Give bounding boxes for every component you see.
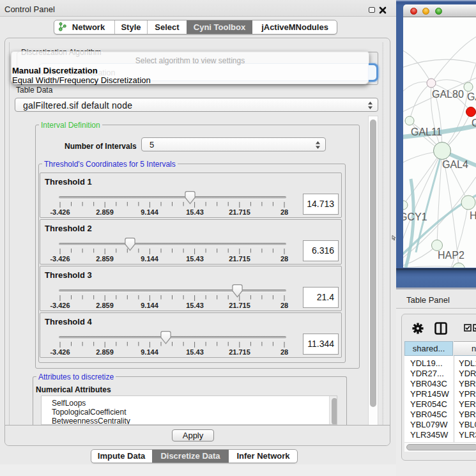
svg-text:GCY1: GCY1 — [403, 211, 427, 222]
svg-text:GAL4: GAL4 — [442, 159, 468, 170]
svg-text:GAL80: GAL80 — [432, 89, 464, 100]
svg-text:HI: HI — [470, 210, 476, 221]
svg-text:GAL11: GAL11 — [411, 127, 442, 137]
svg-text:C: C — [472, 118, 476, 128]
svg-text:GAL: GAL — [467, 91, 476, 102]
svg-text:HAP2: HAP2 — [438, 250, 464, 261]
